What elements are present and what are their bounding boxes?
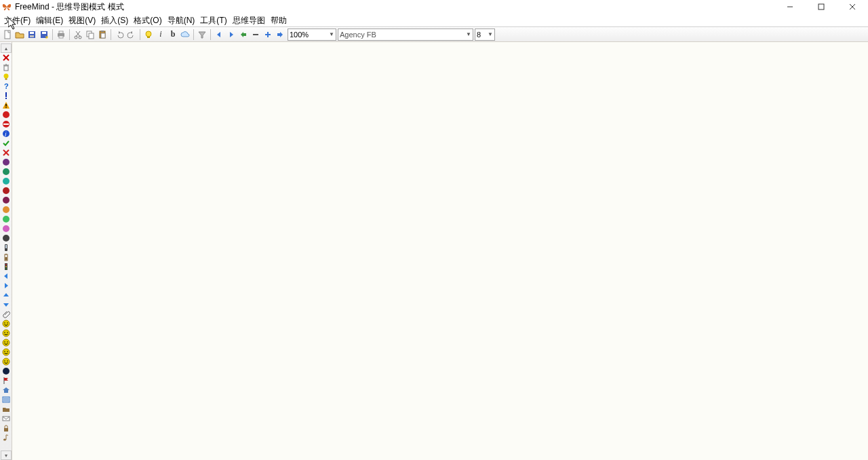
nav-back-icon[interactable] (213, 28, 225, 41)
nav-collapse-icon[interactable] (250, 28, 262, 41)
svg-point-59 (3, 225, 9, 232)
black-ball-icon[interactable] (1, 366, 11, 376)
saveas-icon[interactable] (38, 28, 50, 41)
no-entry-icon[interactable] (1, 119, 11, 129)
stop-icon[interactable] (1, 110, 11, 119)
svg-point-78 (4, 332, 5, 333)
arrow-down-icon[interactable] (1, 300, 11, 309)
minimize-button[interactable] (774, 0, 806, 14)
zoom-select[interactable]: 100% ▼ (288, 28, 336, 41)
arrow-left-icon[interactable] (1, 271, 11, 281)
menu-insert[interactable]: 插入(S) (98, 14, 131, 27)
nav-toggle-icon[interactable] (274, 28, 286, 41)
mail-icon[interactable] (1, 414, 11, 423)
priority-6-icon[interactable] (1, 205, 11, 214)
svg-rect-62 (5, 245, 7, 248)
svg-point-83 (3, 349, 9, 356)
close-button[interactable] (837, 0, 868, 14)
iconbar-scroll-up[interactable]: ▴ (1, 43, 12, 53)
new-file-icon[interactable] (1, 28, 14, 41)
priority-2-icon[interactable] (1, 167, 11, 176)
svg-marker-70 (4, 273, 7, 279)
menu-edit[interactable]: 编辑(E) (33, 14, 66, 27)
svg-marker-24 (199, 32, 205, 38)
menu-help[interactable]: 帮助 (268, 14, 290, 27)
info-icon[interactable]: i (1, 129, 11, 138)
folder-icon[interactable] (1, 404, 11, 414)
priority-4-icon[interactable] (1, 186, 11, 195)
italic-icon[interactable]: i (155, 28, 167, 41)
menu-mindmap[interactable]: 思维导图 (230, 14, 268, 27)
font-select[interactable]: Agency FB ▼ (338, 28, 473, 41)
list-icon[interactable] (1, 395, 11, 404)
print-icon[interactable] (55, 28, 67, 41)
smiley-neutral-icon[interactable] (1, 328, 11, 338)
arrow-right-icon[interactable] (1, 281, 11, 290)
font-size-select[interactable]: 8 ▼ (475, 28, 495, 41)
smiley-oh-icon[interactable] (1, 357, 11, 366)
svg-point-76 (7, 322, 8, 324)
menu-format[interactable]: 格式(O) (131, 14, 164, 27)
svg-rect-41 (5, 98, 7, 99)
priority-8-icon[interactable] (1, 224, 11, 233)
nav-expand-icon[interactable] (262, 28, 274, 41)
battery-icon[interactable] (1, 252, 11, 262)
redo-icon[interactable] (125, 28, 138, 41)
menu-file[interactable]: 文件(F) (1, 14, 33, 27)
smiley-angry-icon[interactable] (1, 347, 11, 357)
svg-marker-73 (3, 303, 9, 307)
paste-icon[interactable] (96, 28, 108, 41)
priority-3-icon[interactable] (1, 176, 11, 186)
maximize-button[interactable] (806, 0, 837, 14)
save-icon[interactable] (26, 28, 38, 41)
svg-rect-20 (101, 31, 104, 32)
password-icon[interactable] (1, 423, 11, 433)
svg-rect-4 (5, 31, 10, 39)
font-value: Agency FB (340, 31, 376, 39)
home-icon[interactable] (1, 385, 11, 395)
priority-9-icon[interactable] (1, 233, 11, 243)
phone-icon[interactable] (1, 243, 11, 252)
undo-icon[interactable] (113, 28, 125, 41)
idea-icon[interactable] (1, 72, 11, 81)
arrow-up-icon[interactable] (1, 290, 11, 300)
ok-icon[interactable] (1, 138, 11, 148)
open-file-icon[interactable] (14, 28, 26, 41)
mindmap-canvas[interactable] (12, 42, 868, 460)
remove-all-icon[interactable] (1, 62, 11, 72)
help-icon[interactable]: ? (1, 81, 11, 91)
priority-7-icon[interactable] (1, 214, 11, 224)
svg-rect-44 (5, 107, 6, 108)
filter-icon[interactable] (196, 28, 208, 41)
music-icon[interactable] (1, 433, 11, 442)
svg-rect-12 (59, 36, 63, 38)
smiley-happy-icon[interactable] (1, 319, 11, 328)
svg-point-98 (3, 439, 6, 441)
remove-last-icon[interactable] (1, 53, 11, 62)
flag-icon[interactable] (1, 376, 11, 385)
priority-5-icon[interactable] (1, 195, 11, 205)
attach-icon[interactable] (1, 309, 11, 319)
traffic-icon[interactable] (1, 262, 11, 271)
cloud-icon[interactable] (179, 28, 191, 41)
nav-out-icon[interactable] (237, 28, 250, 41)
menu-nav[interactable]: 导航(N) (165, 14, 198, 27)
svg-point-86 (3, 358, 9, 365)
menu-view[interactable]: 视图(V) (66, 14, 98, 27)
priority-1-icon[interactable] (1, 157, 11, 167)
svg-point-37 (3, 74, 8, 79)
menu-tools[interactable]: 工具(T) (197, 14, 229, 27)
nav-fwd-icon[interactable] (225, 28, 237, 41)
svg-point-81 (4, 341, 5, 343)
svg-point-77 (3, 330, 9, 337)
important-icon[interactable] (1, 91, 11, 100)
workarea: ▴ ?i▾ (0, 42, 868, 460)
cut-icon[interactable] (72, 28, 84, 41)
iconbar-scroll-down[interactable]: ▾ (1, 451, 12, 460)
not-ok-icon[interactable] (1, 148, 11, 157)
copy-icon[interactable] (84, 28, 96, 41)
smiley-sad-icon[interactable] (1, 338, 11, 347)
bold-icon[interactable]: b (167, 28, 179, 41)
idea-icon[interactable] (142, 28, 155, 41)
warning-icon[interactable] (1, 100, 11, 110)
